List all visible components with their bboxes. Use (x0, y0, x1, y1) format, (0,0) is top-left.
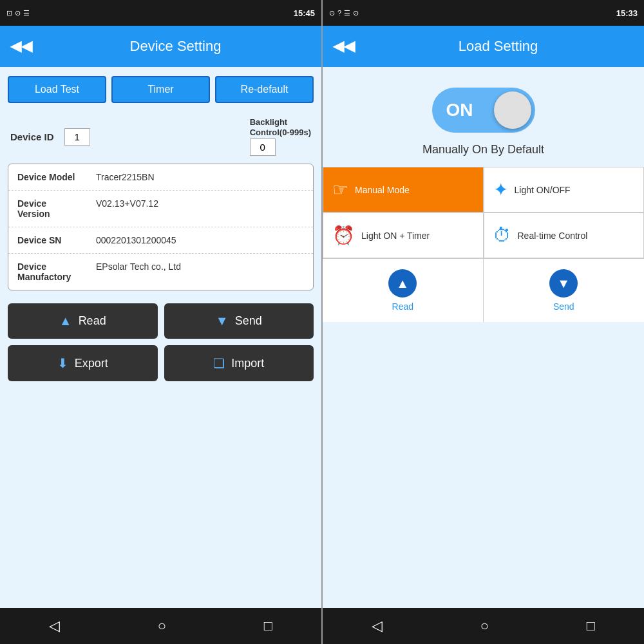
content-right: ON Manually On By Default ☞ Manual Mode … (323, 67, 644, 608)
backlight-label: BacklightControl(0-999s) (250, 117, 311, 137)
keyboard-icon: ☰ (344, 9, 350, 17)
notification-icon: ⊡ (6, 9, 12, 17)
back-button-right[interactable]: ◀◀ (333, 39, 355, 53)
on-off-toggle[interactable]: ON (432, 88, 535, 133)
table-row: DeviceManufactory EPsolar Tech co., Ltd (8, 254, 313, 290)
mode-grid: ☞ Manual Mode ✦ Light ON/OFF ⏰ Light ON … (323, 167, 644, 258)
wechat-icon: ⊙ (329, 9, 335, 17)
mode-realtime[interactable]: ⏱ Real-time Control (484, 213, 645, 258)
app-header-right: ◀◀ Load Setting (323, 26, 644, 67)
mode-manual[interactable]: ☞ Manual Mode (323, 167, 484, 213)
table-val-version: V02.13+V07.12 (96, 198, 158, 219)
action-buttons: ▲ Read ▼ Send ⬇ Export ❏ Import (0, 298, 321, 386)
wifi-icon: ? (337, 9, 341, 17)
page-title-right: Load Setting (363, 38, 634, 55)
table-row: DeviceVersion V02.13+V07.12 (8, 191, 313, 227)
tab-load-test[interactable]: Load Test (8, 76, 106, 103)
device-id-value[interactable]: 1 (64, 128, 90, 146)
export-label: Export (75, 357, 108, 370)
send-button[interactable]: ▼ Send (164, 303, 314, 339)
toggle-on-label: ON (446, 100, 473, 120)
table-val-manufactory: EPsolar Tech co., Ltd (96, 261, 181, 282)
timer-icon: ⏰ (332, 225, 355, 246)
download-icon: ▼ (216, 314, 229, 328)
read-button[interactable]: ▲ Read (8, 303, 158, 339)
status-icons-left: ⊡ ⊙ ☰ (6, 9, 30, 17)
toggle-section: ON Manually On By Default (323, 67, 644, 167)
read-label-right: Read (392, 301, 413, 312)
read-send-row: ▲ Read ▼ Send (323, 258, 644, 322)
read-icon-circle: ▲ (388, 269, 417, 298)
table-key-manufactory: DeviceManufactory (17, 261, 88, 282)
tab-buttons: Load Test Timer Re-default (0, 67, 321, 112)
send-icon-circle: ▼ (549, 269, 578, 298)
alert-icon: ⊙ (353, 9, 359, 17)
light-timer-label: Light ON + Timer (361, 231, 430, 241)
toggle-knob (494, 91, 531, 129)
table-key-version: DeviceVersion (17, 198, 88, 219)
device-table: Device Model Tracer2215BN DeviceVersion … (8, 164, 314, 290)
send-label: Send (235, 314, 262, 328)
nav-home-right[interactable]: ○ (468, 612, 502, 639)
table-val-sn: 00022013012​00045 (96, 235, 176, 245)
nav-bar-left: ◁ ○ □ (0, 608, 321, 644)
hand-icon: ☞ (332, 179, 348, 200)
toggle-description: Manually On By Default (422, 143, 544, 156)
page-title-left: Device Setting (40, 38, 311, 55)
table-row: Device Model Tracer2215BN (8, 164, 313, 191)
realtime-label: Real-time Control (518, 231, 588, 241)
import-icon: ❏ (213, 355, 225, 371)
left-phone: ⊡ ⊙ ☰ 15:45 ◀◀ Device Setting Load Test … (0, 0, 321, 644)
import-button[interactable]: ❏ Import (164, 345, 314, 381)
send-item-right[interactable]: ▼ Send (484, 259, 645, 322)
message-icon: ⊙ (15, 9, 21, 17)
mode-light-timer[interactable]: ⏰ Light ON + Timer (323, 213, 484, 258)
table-key-model: Device Model (17, 172, 88, 182)
clock-icon: ⏱ (493, 225, 511, 246)
table-val-model: Tracer2215BN (96, 172, 155, 182)
device-id-label: Device ID (10, 131, 54, 142)
upload-icon: ▲ (59, 314, 72, 328)
nav-recent-left[interactable]: □ (251, 612, 285, 639)
read-label: Read (79, 314, 106, 328)
nav-back-left[interactable]: ◁ (36, 612, 73, 639)
table-key-sn: Device SN (17, 235, 88, 245)
status-bar-right: ⊙ ? ☰ ⊙ 15:33 (323, 0, 644, 26)
status-time-right: 15:33 (616, 8, 638, 18)
nav-bar-right: ◁ ○ □ (323, 608, 644, 644)
nav-back-right[interactable]: ◁ (359, 612, 395, 639)
content-left: Load Test Timer Re-default Device ID 1 B… (0, 67, 321, 608)
right-phone: ⊙ ? ☰ ⊙ 15:33 ◀◀ Load Setting ON Manuall… (323, 0, 644, 644)
tab-re-default[interactable]: Re-default (215, 76, 314, 103)
export-icon: ⬇ (57, 355, 68, 371)
status-icons-right: ⊙ ? ☰ ⊙ (329, 9, 359, 17)
status-bar-left: ⊡ ⊙ ☰ 15:45 (0, 0, 321, 26)
back-button-left[interactable]: ◀◀ (10, 39, 32, 53)
export-button[interactable]: ⬇ Export (8, 345, 158, 381)
table-row: Device SN 00022013012​00045 (8, 227, 313, 254)
send-label-right: Send (553, 301, 574, 312)
tab-timer[interactable]: Timer (111, 76, 210, 103)
manual-mode-label: Manual Mode (355, 185, 410, 195)
menu-icon: ☰ (23, 9, 30, 17)
import-label: Import (231, 357, 264, 370)
sun-icon: ✦ (493, 179, 508, 200)
backlight-value[interactable]: 0 (250, 138, 276, 156)
read-item-right[interactable]: ▲ Read (323, 259, 484, 322)
mode-light-onoff[interactable]: ✦ Light ON/OFF (484, 167, 645, 213)
device-info-row: Device ID 1 BacklightControl(0-999s) 0 (0, 112, 321, 164)
app-header-left: ◀◀ Device Setting (0, 26, 321, 67)
nav-recent-right[interactable]: □ (574, 612, 608, 639)
light-onoff-label: Light ON/OFF (515, 185, 571, 195)
status-time-left: 15:45 (294, 8, 315, 18)
nav-home-left[interactable]: ○ (145, 612, 179, 639)
backlight-group: BacklightControl(0-999s) 0 (250, 117, 311, 156)
